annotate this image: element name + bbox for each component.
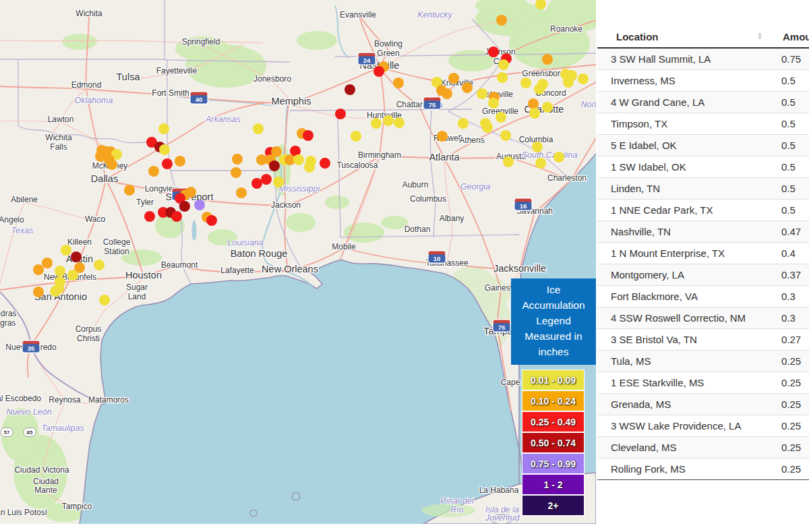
accumulation-dot[interactable] (261, 174, 272, 185)
accumulation-dot[interactable] (528, 98, 539, 109)
accumulation-dot[interactable] (437, 131, 448, 142)
accumulation-dot[interactable] (148, 166, 159, 177)
amount-column-header[interactable]: Amount (781, 27, 809, 48)
amount-cell: 0.3 (781, 307, 809, 329)
accumulation-dot[interactable] (61, 245, 71, 256)
accumulation-dot[interactable] (71, 252, 82, 262)
accumulation-dot[interactable] (542, 54, 553, 65)
amount-cell: 0.5 (781, 70, 809, 92)
accumulation-dot[interactable] (488, 47, 499, 57)
accumulation-dot[interactable] (159, 144, 170, 155)
accumulation-dot[interactable] (320, 158, 330, 169)
accumulation-dot[interactable] (448, 73, 459, 84)
accumulation-dot[interactable] (251, 178, 262, 189)
location-cell: 3 SW Hall Summit, LA (597, 48, 781, 70)
table-row: 4 W Grand Cane, LA0.5 (597, 92, 809, 113)
accumulation-dot[interactable] (477, 88, 487, 99)
accumulation-dot[interactable] (442, 88, 452, 99)
accumulation-dot[interactable] (480, 118, 491, 129)
accumulation-dot[interactable] (253, 123, 264, 134)
accumulation-dot[interactable] (55, 266, 65, 276)
accumulation-dot[interactable] (542, 102, 553, 113)
location-cell: 3 SE Bristol Va, TN (597, 329, 781, 351)
accumulation-dot[interactable] (175, 156, 185, 167)
accumulation-dot[interactable] (293, 154, 304, 165)
storm-report-app: WichitaSpringfieldEvansvilleKentuckyRoan… (0, 0, 809, 532)
accumulation-dot[interactable] (373, 66, 384, 77)
city-label: Edmond (71, 80, 102, 90)
accumulation-dot[interactable] (158, 123, 169, 134)
accumulation-dot[interactable] (179, 201, 190, 212)
interstate-shield: 24 (357, 52, 376, 65)
accumulation-dot[interactable] (351, 131, 361, 142)
state-label: Kentucky (417, 10, 452, 20)
city-label: Jacksonville (493, 263, 546, 274)
accumulation-dot[interactable] (94, 260, 104, 270)
accumulation-dot[interactable] (124, 185, 135, 196)
accumulation-dot[interactable] (194, 200, 205, 210)
accumulation-dot[interactable] (232, 154, 243, 165)
accumulation-dot[interactable] (563, 77, 574, 88)
location-cell: Nashville, TN (597, 221, 781, 243)
city-label: Lafayette (220, 266, 254, 275)
accumulation-dot[interactable] (33, 264, 44, 275)
accumulation-dot[interactable] (462, 82, 473, 93)
accumulation-dot[interactable] (236, 187, 247, 198)
accumulation-dot[interactable] (162, 158, 173, 169)
table-row: Timpson, TX0.5 (597, 113, 809, 135)
accumulation-dot[interactable] (497, 72, 508, 83)
accumulation-dot[interactable] (42, 258, 53, 268)
accumulation-dot[interactable] (534, 84, 545, 94)
accumulation-dot[interactable] (503, 156, 514, 167)
accumulation-dot[interactable] (500, 130, 511, 141)
accumulation-dot[interactable] (520, 78, 531, 88)
accumulation-dot[interactable] (304, 162, 315, 173)
accumulation-dot[interactable] (371, 118, 382, 129)
accumulation-dot[interactable] (496, 15, 507, 26)
accumulation-dot[interactable] (231, 167, 241, 178)
accumulation-dot[interactable] (99, 295, 110, 305)
legend-swatch: 1 - 2 (522, 475, 584, 494)
accumulation-dot[interactable] (553, 152, 564, 162)
table-row: 5 E Idabel, OK0.5 (597, 135, 809, 156)
accumulation-dot[interactable] (171, 211, 182, 222)
accumulation-dot[interactable] (206, 215, 217, 226)
accumulation-dot[interactable] (273, 177, 284, 187)
accumulation-dot[interactable] (67, 270, 78, 280)
table-row: Rolling Fork, MS0.25 (597, 459, 809, 480)
accumulation-dot[interactable] (107, 159, 117, 170)
city-label: Springfield (182, 37, 220, 47)
accumulation-dot[interactable] (394, 117, 404, 128)
accumulation-dot[interactable] (532, 142, 543, 152)
city-label: Land (128, 292, 146, 301)
accumulation-dot[interactable] (578, 73, 589, 84)
sort-icon[interactable]: ▲▼ (757, 32, 762, 40)
accumulation-dot[interactable] (144, 211, 155, 222)
accumulation-dot[interactable] (335, 109, 346, 119)
accumulation-dot[interactable] (393, 78, 404, 88)
city-label: Tampico (62, 502, 92, 511)
accumulation-dot[interactable] (529, 108, 540, 119)
svg-text:57: 57 (4, 430, 10, 436)
amount-cell: 0.5 (781, 92, 809, 113)
accumulation-dot[interactable] (498, 59, 509, 70)
location-cell: Fort Blackmore, VA (597, 286, 781, 307)
state-label: Mississippi (279, 184, 321, 194)
accumulation-dot[interactable] (383, 115, 394, 126)
city-label: Mobile (332, 242, 356, 252)
accumulation-dot[interactable] (535, 158, 546, 169)
amount-cell: 0.37 (781, 264, 809, 286)
city-label: San Luis Potosí (0, 508, 48, 517)
location-column-header[interactable]: Location ▲▼ (597, 27, 781, 48)
report-table-panel: Location ▲▼ Amount 3 SW Hall Summit, LA0… (597, 0, 809, 532)
city-label: al Escobedo (0, 394, 41, 403)
map[interactable]: WichitaSpringfieldEvansvilleKentuckyRoan… (0, 0, 596, 524)
accumulation-dot[interactable] (303, 130, 313, 141)
accumulation-dot[interactable] (488, 98, 499, 109)
accumulation-dot[interactable] (33, 287, 44, 297)
accumulation-dot[interactable] (269, 160, 280, 171)
accumulation-dot[interactable] (344, 84, 355, 95)
accumulation-dot[interactable] (50, 286, 61, 297)
accumulation-dot[interactable] (496, 112, 506, 123)
accumulation-dot[interactable] (458, 118, 469, 129)
